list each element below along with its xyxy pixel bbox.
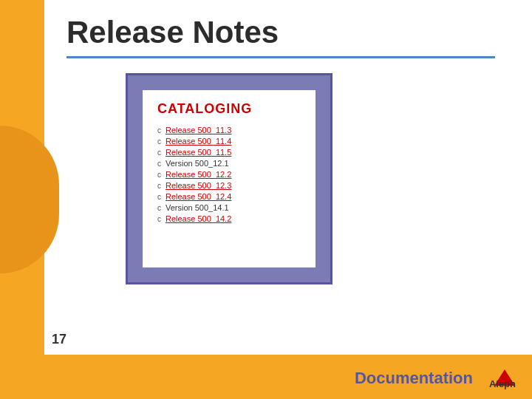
list-item: cRelease 500_12.2	[157, 170, 301, 179]
list-item-label[interactable]: Release 500_11.4	[166, 137, 231, 146]
bullet-icon: c	[157, 137, 161, 146]
list-item-label[interactable]: Release 500_11.5	[166, 148, 231, 157]
inner-card: CATALOGING cRelease 500_11.3cRelease 500…	[143, 90, 316, 267]
card-container: CATALOGING cRelease 500_11.3cRelease 500…	[126, 73, 332, 284]
list-item-label[interactable]: Release 500_12.2	[166, 170, 231, 179]
bullet-icon: c	[157, 126, 161, 134]
bullet-icon: c	[157, 149, 161, 157]
list-item-label[interactable]: Release 500_12.4	[166, 192, 231, 201]
bullet-icon: c	[157, 204, 161, 212]
list-item: cRelease 500_12.4	[157, 192, 301, 201]
list-item: cRelease 500_12.3	[157, 181, 301, 190]
documentation-label: Documentation	[355, 369, 473, 388]
list-item: cRelease 500_11.4	[157, 137, 301, 146]
list-item: cVersion 500_14.1	[157, 203, 301, 212]
items-list: cRelease 500_11.3cRelease 500_11.4cRelea…	[157, 126, 301, 223]
cataloging-title: CATALOGING	[157, 101, 301, 117]
list-item-label[interactable]: Release 500_12.3	[166, 181, 231, 190]
title-underline	[66, 56, 495, 58]
bullet-icon: c	[157, 182, 161, 190]
bullet-icon: c	[157, 193, 161, 201]
bullet-icon: c	[157, 160, 161, 168]
bullet-icon: c	[157, 171, 161, 179]
page-title: Release Notes	[66, 15, 510, 50]
main-content: Release Notes CATALOGING cRelease 500_11…	[44, 0, 532, 355]
page-number: 17	[52, 332, 66, 347]
list-item-label[interactable]: Release 500_14.2	[166, 214, 231, 223]
aleph-logo: Aleph	[484, 360, 525, 393]
list-item: cRelease 500_14.2	[157, 214, 301, 223]
list-item: cRelease 500_11.5	[157, 148, 301, 157]
aleph-text: Aleph	[489, 378, 516, 389]
list-item-label: Version 500_12.1	[166, 159, 229, 168]
list-item-label[interactable]: Release 500_11.3	[166, 126, 231, 134]
list-item: cVersion 500_12.1	[157, 159, 301, 168]
list-item: cRelease 500_11.3	[157, 126, 301, 134]
bullet-icon: c	[157, 215, 161, 223]
list-item-label: Version 500_14.1	[166, 203, 229, 212]
